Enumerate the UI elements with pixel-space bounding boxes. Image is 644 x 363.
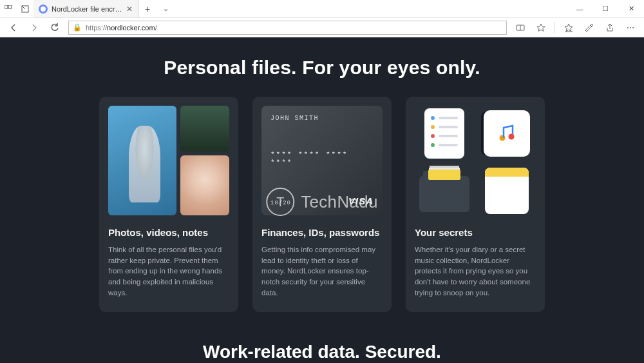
card-secrets: Your secrets Whether it's your diary or …: [406, 97, 545, 312]
url-input[interactable]: 🔒 https://nordlocker.com/: [68, 21, 507, 35]
back-button[interactable]: [4, 19, 23, 37]
cc-expiry: 10/20: [270, 200, 291, 206]
window-titlebar: NordLocker file encrypt ✕ + ⌄ — ☐ ✕: [0, 0, 644, 18]
favorites-hub-icon[interactable]: [559, 19, 578, 37]
tab-dropdown-icon[interactable]: ⌄: [156, 5, 175, 13]
page-headline: Personal files. For your eyes only.: [0, 57, 644, 79]
page-content: Personal files. For your eyes only. Phot…: [0, 37, 644, 363]
browser-tab-active[interactable]: NordLocker file encrypt ✕: [33, 0, 138, 17]
card-desc: Whether it's your diary or a secret musi…: [415, 244, 536, 298]
credit-card-graphic: JOHN SMITH **** **** **** **** 10/20 VIS…: [261, 106, 383, 215]
tab-strip: NordLocker file encrypt ✕ + ⌄: [0, 0, 175, 17]
window-minimize-button[interactable]: —: [567, 0, 592, 17]
photo-thumb-person: [108, 106, 176, 215]
svg-point-8: [632, 27, 634, 28]
svg-rect-1: [8, 5, 12, 8]
cc-number: **** **** **** ****: [270, 151, 374, 166]
reading-view-icon[interactable]: [511, 19, 530, 37]
notes-icon[interactable]: [580, 19, 599, 37]
card-finances: JOHN SMITH **** **** **** **** 10/20 VIS…: [252, 97, 392, 312]
document-list-icon: [417, 108, 471, 159]
cc-brand: VISA: [348, 195, 374, 206]
svg-point-10: [508, 134, 514, 140]
set-aside-tabs-icon[interactable]: [17, 0, 33, 18]
card-finances-media: JOHN SMITH **** **** **** **** 10/20 VIS…: [261, 106, 383, 215]
photo-thumb-family: [180, 155, 229, 215]
card-title: Photos, videos, notes: [108, 227, 229, 238]
more-menu-icon[interactable]: [621, 19, 640, 37]
card-title: Your secrets: [415, 227, 536, 238]
card-desc: Think of all the personal files you'd ra…: [108, 244, 229, 298]
refresh-button[interactable]: [45, 19, 64, 37]
card-photos-media: [108, 106, 229, 215]
favorite-star-icon[interactable]: [531, 19, 551, 37]
card-desc: Getting this info compromised may lead t…: [261, 244, 383, 298]
card-title: Finances, IDs, passwords: [261, 227, 383, 238]
forward-button[interactable]: [24, 19, 44, 37]
page-subhead: Work-related data. Secured.: [0, 342, 644, 362]
lock-icon: 🔒: [73, 23, 82, 32]
card-secrets-media: [415, 106, 536, 215]
tab-preview-icon[interactable]: [0, 0, 17, 18]
feature-cards: Photos, videos, notes Think of all the p…: [0, 97, 644, 312]
svg-point-7: [630, 27, 631, 28]
favicon-icon: [39, 5, 48, 14]
share-icon[interactable]: [600, 19, 620, 37]
url-host: nordlocker.com: [107, 24, 155, 32]
window-close-button[interactable]: ✕: [618, 0, 644, 17]
addressbar-right: [511, 19, 640, 37]
window-maximize-button[interactable]: ☐: [592, 0, 618, 17]
card-photos: Photos, videos, notes Think of all the p…: [99, 97, 238, 312]
music-icon: [480, 108, 533, 159]
address-bar: 🔒 https://nordlocker.com/: [0, 18, 644, 37]
svg-rect-0: [5, 5, 8, 8]
photo-thumb-outdoor: [180, 106, 229, 152]
cc-name: JOHN SMITH: [270, 115, 374, 122]
new-tab-button[interactable]: +: [138, 4, 156, 14]
svg-point-6: [627, 27, 629, 28]
note-icon: [480, 168, 533, 214]
tab-close-icon[interactable]: ✕: [126, 5, 133, 14]
url-path: /: [155, 24, 157, 32]
url-prefix: https://: [86, 24, 107, 32]
folder-icon: [417, 168, 471, 214]
tab-title: NordLocker file encrypt: [52, 5, 122, 13]
